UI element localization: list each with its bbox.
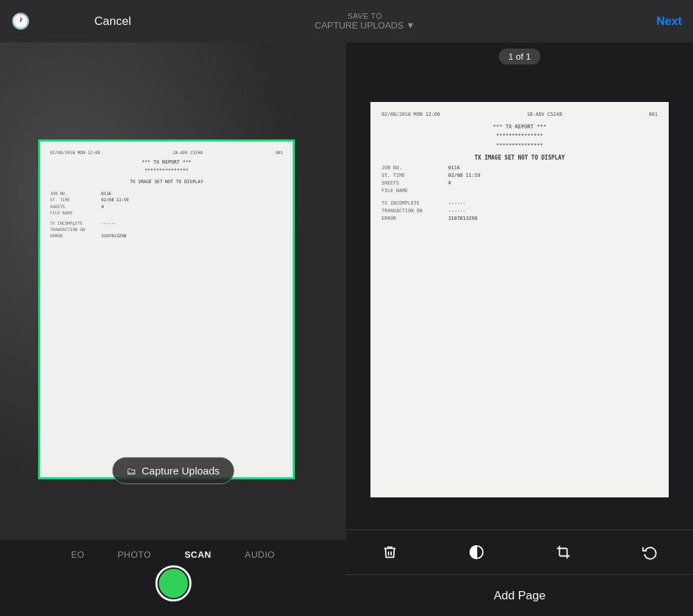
capture-uploads-label[interactable]: CAPTURE UPLOADS ▼ — [315, 20, 415, 31]
preview-header: 1 of 1 — [346, 42, 693, 70]
doc-date-left: 02/08/2016 MON 12:00 — [50, 150, 100, 155]
page-indicator: 1 of 1 — [499, 49, 541, 65]
preview-row-jobno: JOB NO. 0116 — [382, 165, 658, 171]
header-right: Next — [599, 15, 682, 28]
preview-row-filename: FILE NAME — [382, 188, 658, 194]
tab-audio[interactable]: AUDIO — [245, 549, 275, 560]
preview-toolbar — [346, 529, 693, 574]
doc-line2: *************** — [50, 168, 283, 175]
add-page-button[interactable]: Add Page — [494, 589, 546, 603]
capture-uploads-button[interactable]: 🗂 Capture Uploads — [112, 457, 234, 484]
preview-row-txincomplete: TX INCOMPLETE ------ — [382, 200, 658, 206]
right-panel: 1 of 1 02/08/2016 MON 12:00 1B-ADV C5248… — [346, 42, 693, 616]
camera-view: 02/08/2016 MON 12:00 1B-ADV C5248 001 **… — [0, 42, 346, 540]
header-center: Cancel — [94, 15, 131, 28]
doc-date-right: 1B-ADV C5248 — [173, 150, 203, 155]
rotate-button[interactable] — [633, 535, 667, 570]
doc-row-transaction: TRANSACTION ON — [50, 227, 283, 232]
clock-icon: 🕐 — [11, 12, 30, 31]
preview-row-sttime: ST. TIME 02/08 11:59 — [382, 173, 658, 178]
shutter-inner — [159, 569, 188, 598]
left-panel: 02/08/2016 MON 12:00 1B-ADV C5248 001 **… — [0, 42, 346, 616]
camera-tabs: EO PHOTO SCAN AUDIO — [0, 540, 346, 616]
preview-line1: *** TX REPORT *** — [382, 123, 658, 130]
preview-doc-area: 02/08/2016 MON 12:00 1B-ADV C5248 001 **… — [346, 70, 693, 529]
preview-date-left: 02/08/2016 MON 12:00 — [382, 112, 440, 117]
cancel-button[interactable]: Cancel — [94, 15, 131, 28]
scanned-document: 02/08/2016 MON 12:00 1B-ADV C5248 001 **… — [38, 139, 295, 479]
preview-page-num: 001 — [649, 112, 658, 117]
doc-table: JOB NO. 0116 ST. TIME 02/08 11:59 SHEETS… — [50, 191, 283, 239]
doc-page-num: 001 — [275, 150, 283, 155]
doc-tx-image: TX IMAGE SET NOT TO DISPLAY — [50, 179, 283, 185]
tab-photo[interactable]: PHOTO — [117, 549, 151, 560]
tab-video[interactable]: EO — [71, 549, 85, 560]
next-button[interactable]: Next — [656, 15, 682, 28]
doc-header: 02/08/2016 MON 12:00 1B-ADV C5248 001 — [50, 150, 283, 155]
preview-tx-image: TX IMAGE SET NOT TO DISPLAY — [382, 155, 658, 161]
save-to-label: SAVE TO — [348, 12, 382, 20]
main-content: 02/08/2016 MON 12:00 1B-ADV C5248 001 **… — [0, 42, 693, 616]
add-page-bar: Add Page — [346, 574, 693, 616]
doc-row-txincomplete: TX INCOMPLETE ------ — [50, 221, 283, 226]
preview-row-sheets: SHEETS 4 — [382, 180, 658, 186]
doc-row-sheets: SHEETS 4 — [50, 204, 283, 209]
preview-document: 02/08/2016 MON 12:00 1B-ADV C5248 001 **… — [370, 102, 669, 497]
preview-row-error: ERROR 3107813298 — [382, 216, 658, 221]
doc-row-sttime: ST. TIME 02/08 11:59 — [50, 197, 283, 203]
capture-uploads-btn-label: Capture Uploads — [142, 465, 220, 477]
doc-content: 02/08/2016 MON 12:00 1B-ADV C5248 001 **… — [40, 142, 293, 248]
shutter-button[interactable] — [155, 565, 191, 601]
folder-icon: 🗂 — [126, 465, 136, 477]
contrast-button[interactable] — [459, 535, 494, 570]
delete-button[interactable] — [373, 535, 407, 570]
doc-row-jobno: JOB NO. 0116 — [50, 191, 283, 196]
tab-scan[interactable]: SCAN — [185, 549, 212, 560]
preview-date-right: 1B-ADV C5248 — [527, 112, 563, 117]
header: 🕐 Cancel SAVE TO CAPTURE UPLOADS ▼ Next — [0, 0, 693, 42]
header-left: 🕐 — [11, 12, 94, 31]
preview-line3: *************** — [382, 142, 658, 149]
preview-row-transaction: TRANSACTION ON ------ — [382, 208, 658, 214]
preview-line2: *************** — [382, 132, 658, 139]
crop-button[interactable] — [546, 535, 581, 570]
preview-doc-rows: JOB NO. 0116 ST. TIME 02/08 11:59 SHEETS… — [382, 165, 658, 221]
preview-doc-content: 02/08/2016 MON 12:00 1B-ADV C5248 001 **… — [370, 102, 669, 233]
doc-row-error: ERROR 3107813298 — [50, 233, 283, 239]
doc-line1: *** TX REPORT *** — [50, 160, 283, 166]
save-to-section: SAVE TO CAPTURE UPLOADS ▼ — [131, 12, 599, 31]
tabs-row: EO PHOTO SCAN AUDIO — [71, 549, 275, 560]
preview-doc-header: 02/08/2016 MON 12:00 1B-ADV C5248 001 — [382, 112, 658, 117]
doc-row-filename: FILE NAME — [50, 210, 283, 216]
